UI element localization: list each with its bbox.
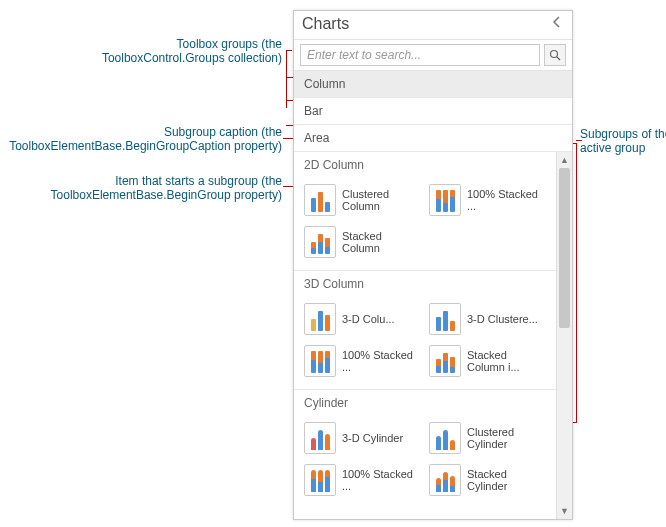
item-label: 100% Stacked ...	[342, 468, 421, 492]
subgroup-cylinder-caption: Cylinder	[294, 389, 556, 414]
annotation-toolbox-groups: Toolbox groups (the ToolboxControl.Group…	[0, 37, 282, 65]
chevron-left-icon	[551, 16, 563, 28]
subgroup-2d-caption: 2D Column	[294, 152, 556, 176]
subgroup-cylinder-items: 3-D Cylinder Clustered Cylinder	[294, 414, 556, 508]
item-3d-stacked-in[interactable]: Stacked Column i...	[427, 343, 548, 379]
scroll-down-arrow[interactable]: ▼	[557, 503, 572, 519]
group-list: Column Bar Area	[294, 71, 572, 152]
item-label: 100% Stacked ...	[342, 349, 421, 373]
chart-icon	[304, 345, 336, 377]
item-clustered-column[interactable]: Clustered Column	[302, 182, 423, 218]
group-column[interactable]: Column	[294, 71, 572, 98]
search-input[interactable]	[300, 44, 540, 66]
item-stacked-column[interactable]: Stacked Column	[302, 224, 423, 260]
item-3d-cylinder[interactable]: 3-D Cylinder	[302, 420, 423, 456]
svg-line-1	[557, 57, 560, 60]
item-label: 100% Stacked ...	[467, 188, 546, 212]
item-label: Clustered Column	[342, 188, 421, 212]
item-label: Stacked Column	[342, 230, 421, 254]
item-stacked-cylinder[interactable]: Stacked Cylinder	[427, 462, 548, 498]
chart-icon	[304, 184, 336, 216]
chart-icon	[429, 464, 461, 496]
item-label: Stacked Column i...	[467, 349, 546, 373]
item-label: 3-D Clustere...	[467, 313, 538, 325]
search-icon	[549, 49, 561, 61]
search-button[interactable]	[544, 44, 566, 66]
item-label: Stacked Cylinder	[467, 468, 546, 492]
group-bar[interactable]: Bar	[294, 98, 572, 125]
chart-icon	[429, 303, 461, 335]
panel-title: Charts	[302, 15, 548, 33]
item-3d-100-stacked[interactable]: 100% Stacked ...	[302, 343, 423, 379]
item-3d-column[interactable]: 3-D Colu...	[302, 301, 423, 337]
content-scroll: 2D Column Clustered Column	[294, 152, 556, 519]
chart-icon	[304, 226, 336, 258]
chart-icon	[429, 345, 461, 377]
scroll-up-arrow[interactable]: ▲	[557, 152, 572, 168]
item-3d-clustered[interactable]: 3-D Clustere...	[427, 301, 548, 337]
item-label: Clustered Cylinder	[467, 426, 546, 450]
chart-icon	[304, 464, 336, 496]
svg-point-0	[551, 51, 558, 58]
chart-icon	[429, 422, 461, 454]
annotation-subgroups-active: Subgroups of the active group	[580, 127, 666, 155]
group-area[interactable]: Area	[294, 125, 572, 152]
subgroup-3d-caption: 3D Column	[294, 270, 556, 295]
annotation-start-item: Item that starts a subgroup (the Toolbox…	[0, 174, 282, 202]
toolbox-panel: Charts Column Bar Area 2D Column	[293, 10, 573, 520]
panel-header: Charts	[294, 11, 572, 40]
scrollbar[interactable]: ▲ ▼	[556, 152, 572, 519]
chart-icon	[304, 303, 336, 335]
content-area: 2D Column Clustered Column	[294, 152, 572, 519]
annotation-subgroup-caption: Subgroup caption (the ToolboxElementBase…	[0, 125, 282, 153]
leader-line	[576, 143, 577, 423]
item-label: 3-D Cylinder	[342, 432, 403, 444]
leader-line	[286, 50, 292, 51]
subgroup-3d-items: 3-D Colu... 3-D Clustere...	[294, 295, 556, 389]
scroll-thumb[interactable]	[559, 168, 570, 328]
item-clustered-cylinder[interactable]: Clustered Cylinder	[427, 420, 548, 456]
search-row	[294, 40, 572, 71]
subgroup-2d-items: Clustered Column 100% Stacked ...	[294, 176, 556, 270]
item-label: 3-D Colu...	[342, 313, 395, 325]
chart-icon	[429, 184, 461, 216]
leader-line	[576, 140, 582, 141]
item-100-stacked-column[interactable]: 100% Stacked ...	[427, 182, 548, 218]
item-100-stacked-cylinder[interactable]: 100% Stacked ...	[302, 462, 423, 498]
collapse-button[interactable]	[548, 15, 566, 33]
chart-icon	[304, 422, 336, 454]
